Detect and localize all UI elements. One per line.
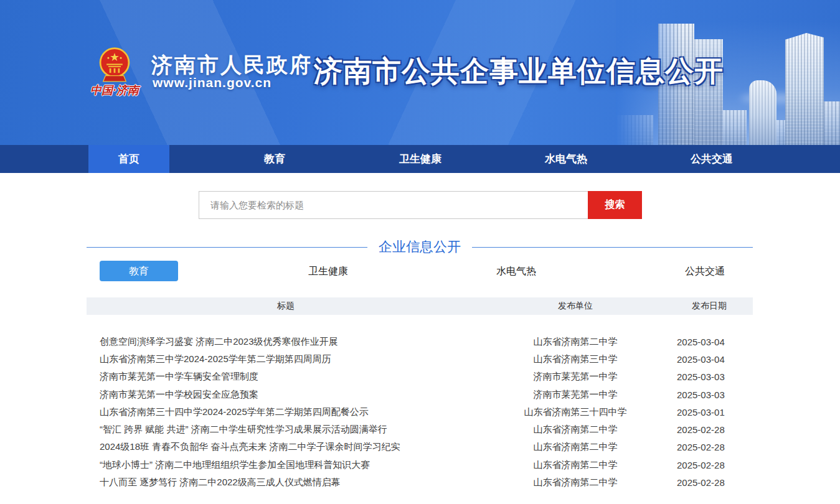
divider-line [472,247,753,248]
nav-item-label: 首页 [88,145,169,173]
nav-item-水电气热[interactable]: 水电气热 [493,145,639,173]
row-publisher: 山东省济南第二中学 [485,424,666,436]
table-row[interactable]: 山东省济南第三十四中学2024-2025学年第二学期第四周配餐公示 山东省济南第… [87,403,753,421]
row-publisher: 山东省济南第二中学 [485,477,666,488]
section-tab-label: 教育 [129,266,149,276]
row-publisher: 济南市莱芜第一中学 [485,389,666,401]
row-date: 2025-03-04 [666,354,753,365]
section-tab-label: 水电气热 [496,266,536,276]
table-row[interactable]: 济南市莱芜第一中学校园安全应急预案 济南市莱芜第一中学 2025-03-03 [87,386,753,403]
section-tabs: 教育 卫生健康 水电气热 公共交通 [87,261,753,281]
table-row[interactable]: 十八而至 逐梦笃行 济南二中2022级高三成人仪式燃情启幕 山东省济南第二中学 … [87,474,753,491]
search-bar: 搜索 [199,191,642,219]
section-tab-label: 公共交通 [685,266,725,276]
banner-title: 济南市公共企事业单位信息公开 [314,52,724,91]
section-tab-公共交通[interactable]: 公共交通 [685,261,725,281]
column-header-date: 发布日期 [666,301,753,312]
row-title[interactable]: 十八而至 逐梦笃行 济南二中2022级高三成人仪式燃情启幕 [87,477,485,488]
row-date: 2025-03-04 [666,337,753,347]
section-header: 企业信息公开 [87,239,753,255]
divider-line [87,247,367,248]
nav-item-label: 卫生健康 [369,145,471,173]
table-row[interactable]: “智汇 跨界 赋能 共进” 济南二中学生研究性学习成果展示活动圆满举行 山东省济… [87,421,753,438]
row-publisher: 山东省济南第三十四中学 [485,406,666,418]
section-tab-水电气热[interactable]: 水电气热 [496,261,536,281]
section-title: 企业信息公开 [367,238,472,256]
national-emblem-icon [96,46,133,87]
search-button[interactable]: 搜索 [588,191,642,219]
table-row[interactable]: 创意空间演绎学习盛宴 济南二中2023级优秀寒假作业开展 山东省济南第二中学 2… [87,333,753,350]
row-title[interactable]: 济南市莱芜第一中学校园安全应急预案 [87,389,485,401]
row-publisher: 山东省济南第二中学 [485,336,666,348]
table-row[interactable]: 2024级18班 青春不负韶华 奋斗点亮未来 济南二中学子课余时间学习纪实 山东… [87,439,753,456]
row-title[interactable]: “智汇 跨界 赋能 共进” 济南二中学生研究性学习成果展示活动圆满举行 [87,424,485,436]
nav-item-教育[interactable]: 教育 [202,145,347,173]
logo-caption: 中国·济南 [75,83,154,98]
row-date: 2025-02-28 [666,424,753,435]
nav-item-公共交通[interactable]: 公共交通 [639,145,785,173]
row-title[interactable]: “地球小博士” 济南二中地理组组织学生参加全国地理科普知识大赛 [87,459,485,471]
nav-item-首页[interactable]: 首页 [56,145,202,173]
row-publisher: 山东省济南第三中学 [485,353,666,365]
site-url: www.jinan.gov.cn [153,75,271,90]
table-row[interactable]: 山东省济南第三中学2024-2025学年第二学期第四周周历 山东省济南第三中学 … [87,350,753,368]
table-row[interactable]: “地球小博士” 济南二中地理组组织学生参加全国地理科普知识大赛 山东省济南第二中… [87,456,753,474]
row-date: 2025-02-28 [666,477,753,488]
news-table-header: 标题 发布单位 发布日期 [87,297,753,315]
nav-item-label: 教育 [234,145,315,173]
row-publisher: 山东省济南第二中学 [485,441,666,453]
news-table-body: 创意空间演绎学习盛宴 济南二中2023级优秀寒假作业开展 山东省济南第二中学 2… [87,333,753,492]
nav-item-卫生健康[interactable]: 卫生健康 [347,145,493,173]
row-date: 2025-03-03 [666,371,753,382]
section-tab-label: 卫生健康 [308,266,348,276]
nav-item-label: 公共交通 [661,145,763,173]
row-title[interactable]: 2024级18班 青春不负韶华 奋斗点亮未来 济南二中学子课余时间学习纪实 [87,441,485,453]
main-nav: 首页 教育 卫生健康 水电气热 公共交通 [56,145,785,173]
page: 中国·济南 济南市人民政府 www.jinan.gov.cn 济南市公共企事业单… [0,0,840,504]
main-content: 搜索 企业信息公开 教育 卫生健康 水电气热 公共交通 标题 发布单位 发布日期… [87,173,753,504]
nav-item-label: 水电气热 [515,145,617,173]
row-title[interactable]: 山东省济南第三中学2024-2025学年第二学期第四周周历 [87,353,485,365]
row-date: 2025-02-28 [666,460,753,470]
row-title[interactable]: 山东省济南第三十四中学2024-2025学年第二学期第四周配餐公示 [87,406,485,418]
row-title[interactable]: 济南市莱芜第一中学车辆安全管理制度 [87,371,485,383]
section-tab-卫生健康[interactable]: 卫生健康 [308,261,348,281]
column-header-publisher: 发布单位 [485,301,666,312]
section-tab-教育[interactable]: 教育 [100,261,178,281]
search-input[interactable] [199,191,588,219]
row-date: 2025-03-03 [666,390,753,400]
site-banner: 中国·济南 济南市人民政府 www.jinan.gov.cn 济南市公共企事业单… [0,0,840,145]
row-date: 2025-02-28 [666,442,753,452]
row-title[interactable]: 创意空间演绎学习盛宴 济南二中2023级优秀寒假作业开展 [87,336,485,348]
column-header-title: 标题 [87,301,485,312]
row-publisher: 济南市莱芜第一中学 [485,371,666,383]
row-publisher: 山东省济南第二中学 [485,459,666,471]
main-nav-bar: 首页 教育 卫生健康 水电气热 公共交通 [0,145,840,173]
row-date: 2025-03-01 [666,407,753,418]
table-row[interactable]: 济南市莱芜第一中学车辆安全管理制度 济南市莱芜第一中学 2025-03-03 [87,368,753,386]
